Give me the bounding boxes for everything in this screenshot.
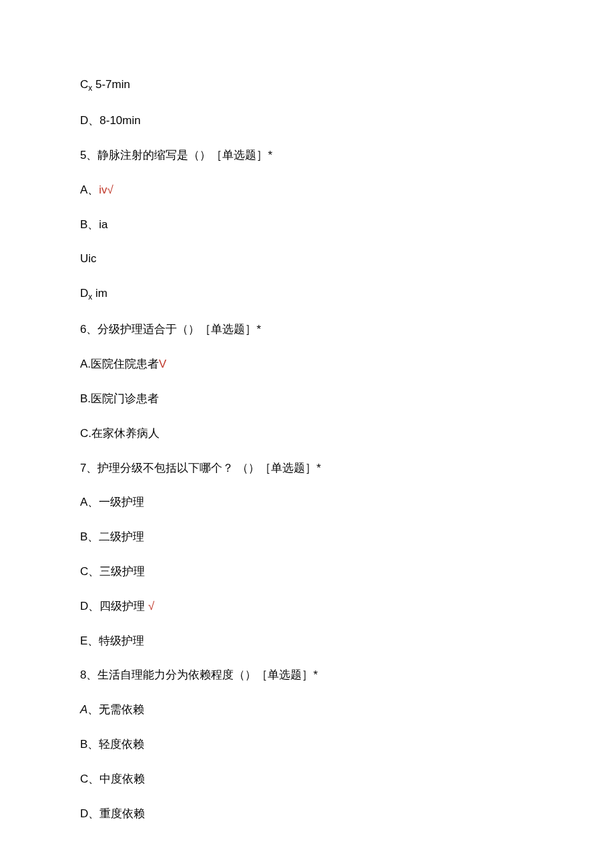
text: E、特级护理 (80, 634, 144, 647)
option-line: A、iv√ (80, 182, 534, 198)
text: C、三级护理 (80, 565, 145, 578)
option-line: B.医院门诊患者 (80, 391, 534, 407)
correct-mark: iv√ (99, 183, 113, 196)
option-line: B、轻度依赖 (80, 737, 534, 753)
text: D、重度依赖 (80, 807, 145, 820)
option-line: Uic (80, 251, 534, 267)
text: D、四级护理 (80, 600, 148, 612)
option-line: E、特级护理 (80, 633, 534, 649)
correct-mark: V (159, 358, 166, 370)
text: C.在家休养病人 (80, 427, 160, 440)
text: C、中度依赖 (80, 773, 145, 785)
text: A (80, 703, 87, 716)
question-line: 8、生活自理能力分为依赖程度（）［单选题］* (80, 667, 534, 683)
text: D (80, 287, 88, 300)
text: 5、静脉注射的缩写是（）［单选题］* (80, 149, 272, 161)
option-line: A、无需依赖 (80, 702, 534, 718)
option-line: B、二级护理 (80, 529, 534, 545)
option-line: D、8-10min (80, 113, 534, 129)
text: A.医院住院患者 (80, 358, 159, 370)
question-line: 6、分级护理适合于（）［单选题］* (80, 322, 534, 338)
text: 6、分级护理适合于（）［单选题］* (80, 323, 261, 336)
text: Uic (80, 252, 97, 265)
text: B、轻度依赖 (80, 738, 144, 751)
option-line: A、一级护理 (80, 494, 534, 510)
option-line: C、三级护理 (80, 564, 534, 580)
text: A、 (80, 183, 99, 196)
correct-mark: √ (148, 600, 154, 612)
option-line: B、ia (80, 217, 534, 233)
text: 7、护理分级不包括以下哪个？ （）［单选题］* (80, 462, 321, 474)
option-line: Cx 5-7min (80, 77, 534, 94)
text: A、一级护理 (80, 496, 144, 508)
option-line: D、重度依赖 (80, 806, 534, 822)
option-line: C、中度依赖 (80, 771, 534, 787)
text: B、二级护理 (80, 530, 144, 543)
option-line: D、四级护理 √ (80, 598, 534, 614)
text: B、ia (80, 218, 108, 231)
text: 5-7min (92, 78, 130, 91)
option-line: Dx im (80, 286, 534, 303)
text: D、8-10min (80, 114, 141, 127)
option-line: A.医院住院患者V (80, 356, 534, 372)
text: B.医院门诊患者 (80, 392, 159, 405)
text: im (92, 287, 107, 300)
text: 8、生活自理能力分为依赖程度（）［单选题］* (80, 669, 318, 681)
question-line: 5、静脉注射的缩写是（）［单选题］* (80, 147, 534, 163)
text: C (80, 78, 88, 91)
text: 、无需依赖 (87, 703, 144, 716)
option-line: C.在家休养病人 (80, 426, 534, 442)
question-line: 7、护理分级不包括以下哪个？ （）［单选题］* (80, 460, 534, 476)
